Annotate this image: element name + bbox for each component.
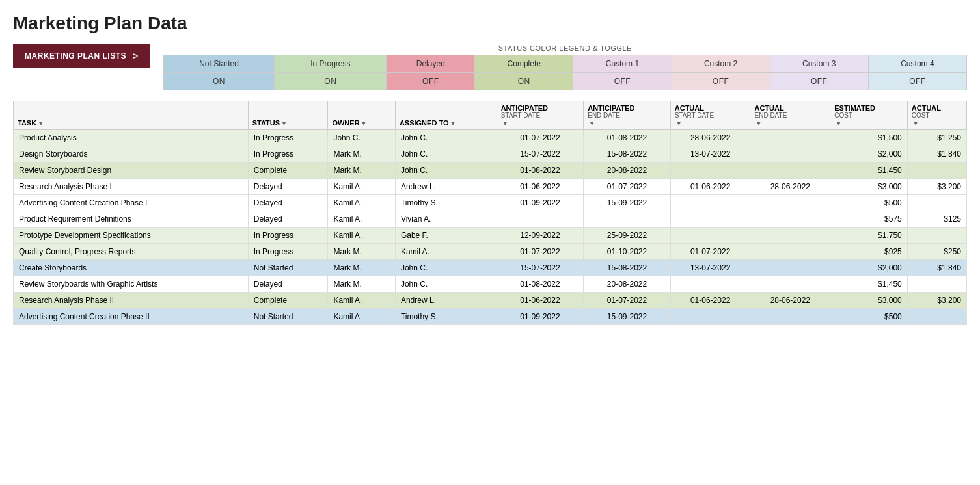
cell-assigned_to: Gabe F.: [395, 228, 497, 244]
cell-act_end: [750, 244, 830, 260]
cell-task: Create Storyboards: [14, 260, 249, 276]
legend-status-name[interactable]: Custom 3: [770, 55, 868, 73]
legend-status-name[interactable]: In Progress: [275, 55, 387, 73]
col-header-ant_start[interactable]: ANTICIPATEDSTART DATE▼: [497, 101, 584, 130]
col-header-owner[interactable]: OWNER▼: [328, 101, 395, 130]
table-row: Advertising Content Creation Phase IINot…: [14, 309, 967, 325]
legend-area: STATUS COLOR LEGEND & TOGGLE Not Started…: [163, 44, 967, 90]
filter-icon[interactable]: ▼: [502, 120, 508, 127]
cell-ant_start: 01-09-2022: [497, 309, 584, 325]
legend-status-name[interactable]: Custom 2: [672, 55, 770, 73]
cell-act_cost: [907, 228, 966, 244]
legend-toggle[interactable]: OFF: [573, 73, 672, 90]
cell-act_start: [670, 211, 750, 228]
legend-status-name[interactable]: Custom 4: [868, 55, 966, 73]
col-header-status[interactable]: STATUS▼: [248, 101, 328, 130]
cell-ant_end: 15-09-2022: [584, 195, 671, 211]
cell-act_cost: [907, 309, 966, 325]
sidebar-button-label: MARKETING PLAN LISTS: [25, 51, 126, 60]
cell-status: Complete: [248, 163, 328, 179]
cell-ant_end: 20-08-2022: [584, 276, 671, 293]
legend-toggle[interactable]: OFF: [672, 73, 770, 90]
legend-toggle[interactable]: ON: [275, 73, 387, 90]
col-header-task[interactable]: TASK▼: [14, 101, 249, 130]
col-header-assigned_to[interactable]: ASSIGNED TO▼: [395, 101, 497, 130]
cell-ant_end: 25-09-2022: [584, 228, 671, 244]
cell-est_cost: $3,000: [830, 179, 908, 195]
filter-icon[interactable]: ▼: [913, 120, 919, 127]
legend-toggle[interactable]: OFF: [868, 73, 966, 90]
cell-owner: Kamil A.: [328, 309, 395, 325]
cell-ant_start: 01-09-2022: [497, 195, 584, 211]
cell-act_start: 01-07-2022: [670, 244, 750, 260]
table-row: Quality Control, Progress ReportsIn Prog…: [14, 244, 967, 260]
col-header-act_end[interactable]: ACTUALEND DATE▼: [750, 101, 830, 130]
legend-status-name[interactable]: Not Started: [163, 55, 275, 73]
cell-act_end: [750, 260, 830, 276]
col-header-ant_end[interactable]: ANTICIPATEDEND DATE▼: [584, 101, 671, 130]
cell-act_start: [670, 163, 750, 179]
cell-ant_start: 15-07-2022: [497, 260, 584, 276]
cell-owner: Kamil A.: [328, 228, 395, 244]
table-row: Design StoryboardsIn ProgressMark M.John…: [14, 146, 967, 163]
filter-icon[interactable]: ▼: [676, 120, 682, 127]
cell-ant_start: 01-07-2022: [497, 244, 584, 260]
legend-toggle[interactable]: OFF: [770, 73, 868, 90]
legend-status-name[interactable]: Custom 1: [573, 55, 672, 73]
cell-act_cost: $125: [907, 211, 966, 228]
cell-owner: Mark M.: [328, 146, 395, 163]
cell-status: Delayed: [248, 276, 328, 293]
cell-assigned_to: John C.: [395, 146, 497, 163]
cell-act_cost: $1,840: [907, 146, 966, 163]
col-header-act_start[interactable]: ACTUALSTART DATE▼: [670, 101, 750, 130]
cell-status: Delayed: [248, 195, 328, 211]
cell-act_end: [750, 163, 830, 179]
cell-act_end: [750, 130, 830, 146]
cell-act_start: 01-06-2022: [670, 179, 750, 195]
cell-ant_start: 01-07-2022: [497, 130, 584, 146]
cell-est_cost: $925: [830, 244, 908, 260]
filter-icon[interactable]: ▼: [361, 120, 367, 127]
cell-task: Design Storyboards: [14, 146, 249, 163]
cell-assigned_to: John C.: [395, 260, 497, 276]
cell-ant_start: 01-06-2022: [497, 179, 584, 195]
cell-act_cost: [907, 163, 966, 179]
cell-assigned_to: Andrew L.: [395, 179, 497, 195]
cell-status: In Progress: [248, 130, 328, 146]
col-header-est_cost[interactable]: ESTIMATEDCOST▼: [830, 101, 908, 130]
cell-owner: Mark M.: [328, 260, 395, 276]
table-row: Prototype Development SpecificationsIn P…: [14, 228, 967, 244]
cell-est_cost: $1,500: [830, 130, 908, 146]
legend-toggle[interactable]: ON: [163, 73, 275, 90]
legend-status-name[interactable]: Delayed: [387, 55, 475, 73]
cell-owner: Mark M.: [328, 163, 395, 179]
legend-status-name[interactable]: Complete: [475, 55, 573, 73]
cell-task: Product Requirement Definitions: [14, 211, 249, 228]
cell-act_start: [670, 276, 750, 293]
sidebar-button[interactable]: MARKETING PLAN LISTS >: [13, 44, 150, 68]
cell-ant_end: 20-08-2022: [584, 163, 671, 179]
cell-ant_start: 01-08-2022: [497, 276, 584, 293]
cell-ant_end: 01-08-2022: [584, 130, 671, 146]
filter-icon[interactable]: ▼: [38, 120, 44, 127]
table-row: Review Storyboard DesignCompleteMark M.J…: [14, 163, 967, 179]
filter-icon[interactable]: ▼: [836, 120, 841, 127]
cell-act_start: 13-07-2022: [670, 146, 750, 163]
legend-toggle[interactable]: OFF: [387, 73, 475, 90]
cell-task: Advertising Content Creation Phase I: [14, 195, 249, 211]
cell-act_cost: $3,200: [907, 293, 966, 309]
col-header-act_cost[interactable]: ACTUALCOST▼: [907, 101, 966, 130]
cell-ant_end: 01-10-2022: [584, 244, 671, 260]
cell-act_end: [750, 211, 830, 228]
legend-toggle[interactable]: ON: [475, 73, 573, 90]
filter-icon[interactable]: ▼: [281, 120, 287, 127]
main-table: TASK▼STATUS▼OWNER▼ASSIGNED TO▼ANTICIPATE…: [13, 101, 967, 325]
filter-icon[interactable]: ▼: [589, 120, 595, 127]
cell-act_cost: $3,200: [907, 179, 966, 195]
filter-icon[interactable]: ▼: [450, 120, 456, 127]
filter-icon[interactable]: ▼: [755, 120, 761, 127]
table-row: Product Requirement DefinitionsDelayedKa…: [14, 211, 967, 228]
cell-act_cost: $1,250: [907, 130, 966, 146]
cell-est_cost: $500: [830, 309, 908, 325]
table-row: Research Analysis Phase IICompleteKamil …: [14, 293, 967, 309]
